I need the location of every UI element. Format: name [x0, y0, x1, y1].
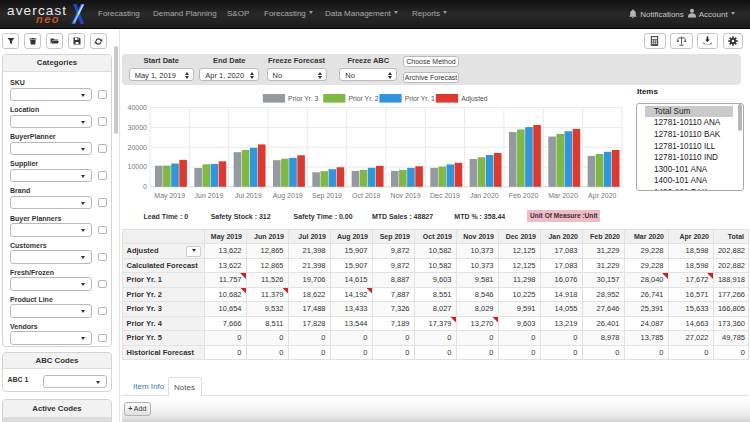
svg-text:Feb 2020: Feb 2020	[509, 192, 539, 199]
svg-text:30000: 30000	[128, 124, 148, 131]
svg-text:Jul 2019: Jul 2019	[235, 192, 262, 199]
svg-text:Adjusted: Adjusted	[461, 95, 488, 103]
svg-text:10000: 10000	[128, 163, 148, 170]
svg-text:Prior Yr. 1: Prior Yr. 1	[405, 95, 435, 102]
svg-text:Jun 2019: Jun 2019	[195, 192, 224, 199]
svg-text:Apr 2020: Apr 2020	[588, 192, 617, 200]
svg-text:Dec 2019: Dec 2019	[430, 192, 460, 199]
svg-text:Sep 2019: Sep 2019	[312, 192, 342, 200]
svg-text:Mar 2020: Mar 2020	[548, 192, 578, 199]
svg-text:Aug 2019: Aug 2019	[273, 192, 303, 200]
svg-text:20000: 20000	[128, 144, 148, 151]
svg-text:Prior Yr. 2: Prior Yr. 2	[349, 95, 379, 102]
svg-text:40000: 40000	[128, 104, 148, 111]
svg-text:Oct 2019: Oct 2019	[352, 192, 381, 199]
svg-text:Jan 2020: Jan 2020	[470, 192, 499, 199]
svg-text:Prior Yr. 3: Prior Yr. 3	[288, 95, 318, 102]
svg-text:Nov 2019: Nov 2019	[391, 192, 421, 199]
svg-text:0: 0	[143, 183, 147, 190]
svg-text:May 2019: May 2019	[154, 192, 185, 200]
